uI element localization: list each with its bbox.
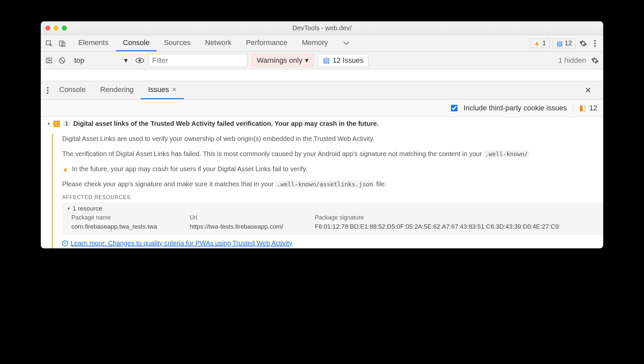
issue-flag-icon: ▤ [557, 39, 563, 47]
resource-count: 1 resource [73, 205, 102, 212]
open-issues-button[interactable]: ▤ 12 Issues [318, 54, 368, 67]
warnings-count: 1 [542, 39, 546, 47]
tab-network[interactable]: Network [198, 35, 239, 51]
maximize-window-button[interactable] [62, 26, 67, 31]
issue-warning-paragraph: ▲ In the future, your app may crash for … [62, 164, 603, 173]
more-options-icon[interactable] [591, 39, 599, 48]
cell-signature: F6:01:12:78:BD:E1:88:52:D5:0F:05:2A:5E:6… [315, 223, 599, 230]
disclosure-triangle-icon: ▼ [67, 206, 71, 211]
drawer-more-icon[interactable] [43, 86, 52, 95]
console-filter-bar: top ▾ Warnings only ▾ ▤ 12 Issues 1 hidd… [41, 52, 603, 69]
affected-resources-label: AFFECTED RESOURCES [62, 194, 603, 200]
issue-header[interactable]: ▼ 1 Digital asset links of the Trusted W… [47, 120, 603, 131]
more-tabs-button[interactable] [335, 35, 358, 51]
column-header-package: Package name [71, 214, 183, 221]
toggle-sidebar-icon[interactable] [45, 56, 53, 65]
tab-performance[interactable]: Performance [239, 35, 295, 51]
issues-count-badge: 12 [565, 39, 572, 47]
issues-button-label: 12 Issues [333, 56, 363, 65]
traffic-lights [45, 26, 67, 31]
main-tabs: Elements Console Sources Network Perform… [71, 35, 358, 51]
tab-sources[interactable]: Sources [157, 35, 198, 51]
chevron-down-icon: ▾ [124, 56, 128, 65]
issue-severity-icon [53, 121, 60, 127]
drawer-tab-label: Console [59, 85, 86, 94]
learn-more-link[interactable]: Learn more: Changes to quality criteria … [71, 239, 292, 247]
tab-elements[interactable]: Elements [71, 35, 116, 51]
svg-point-5 [594, 45, 596, 47]
drawer-tab-rendering[interactable]: Rendering [93, 81, 141, 99]
close-drawer-icon[interactable]: ✕ [580, 86, 596, 95]
svg-point-12 [47, 87, 49, 88]
levels-label: Warnings only [257, 56, 303, 65]
hidden-messages-label[interactable]: 1 hidden [558, 56, 586, 65]
warnings-badge[interactable]: ▲ 1 [530, 38, 550, 48]
inspect-element-icon[interactable] [45, 39, 53, 48]
drawer-tab-console[interactable]: Console [52, 81, 93, 99]
issue-paragraph: The verification of Digital Asset Links … [62, 149, 603, 158]
issues-badge[interactable]: ▤ 12 [553, 38, 576, 48]
clear-console-icon[interactable] [58, 56, 66, 65]
close-tab-icon[interactable]: ✕ [172, 86, 177, 93]
learn-more-arrow-icon [62, 240, 68, 246]
warning-triangle-icon: ▲ [534, 39, 540, 47]
warning-flag-icon: ◧ [579, 104, 586, 112]
device-toggle-icon[interactable] [58, 39, 66, 48]
issue-flag-icon: ▤ [323, 56, 330, 65]
cell-package-name: com.firebaseapp.twa_tests.twa [71, 223, 183, 230]
drawer-tabs: Console Rendering Issues ✕ ✕ [41, 81, 603, 100]
tab-console[interactable]: Console [116, 35, 157, 51]
window-titlebar: DevTools - web.dev/ [41, 21, 603, 35]
text-span: Please check your app's signature and ma… [62, 180, 276, 188]
affected-resources-block: ▼ 1 resource Package name Url Package si… [62, 202, 603, 235]
warning-triangle-icon: ▲ [62, 164, 69, 173]
issues-count-value: 12 [589, 104, 597, 112]
execution-context-select[interactable]: top ▾ [71, 56, 131, 65]
issue-title: Digital asset links of the Trusted Web A… [73, 120, 379, 127]
devtools-window: DevTools - web.dev/ Elements Console Sou… [41, 21, 603, 248]
filter-input[interactable] [149, 54, 247, 67]
main-toolbar: Elements Console Sources Network Perform… [41, 35, 603, 52]
issues-toolbar: Include third-party cookie issues ◧ 12 [41, 100, 603, 117]
issue-body: Digital Asset Links are used to verify y… [52, 134, 603, 248]
console-output-area[interactable] [41, 69, 603, 81]
live-expression-icon[interactable] [136, 56, 144, 65]
issue-paragraph: Digital Asset Links are used to verify y… [62, 134, 603, 143]
issue-paragraph: Please check your app's signature and ma… [62, 179, 603, 189]
resource-table: Package name Url Package signature com.f… [67, 214, 599, 230]
column-header-signature: Package signature [315, 214, 599, 221]
svg-point-13 [47, 89, 49, 91]
code-span: .well-known/assetlinks.json [276, 180, 375, 188]
include-third-party-checkbox[interactable] [451, 105, 458, 111]
code-span: .well-known/ [484, 150, 529, 158]
column-header-url: Url [190, 214, 308, 221]
svg-rect-1 [60, 41, 63, 46]
console-settings-gear-icon[interactable] [591, 56, 599, 65]
svg-point-14 [47, 92, 49, 94]
svg-line-9 [61, 58, 64, 62]
text-span: file. [374, 180, 386, 188]
disclosure-triangle-icon[interactable]: ▼ [47, 122, 51, 126]
drawer-tab-label: Rendering [100, 85, 134, 94]
window-title: DevTools - web.dev/ [41, 24, 603, 32]
minimize-window-button[interactable] [54, 26, 59, 31]
include-third-party-label: Include third-party cookie issues [463, 104, 567, 112]
learn-more-row: Learn more: Changes to quality criteria … [62, 239, 603, 247]
close-window-button[interactable] [45, 26, 50, 31]
svg-point-11 [138, 59, 141, 62]
drawer-tab-label: Issues [148, 85, 169, 94]
cell-url: https://twa-tests.firebaseapp.com/ [190, 223, 308, 230]
drawer-tab-issues[interactable]: Issues ✕ [141, 81, 184, 99]
issue-occurrence-count: 1 [62, 121, 71, 127]
issue-list: ▼ 1 Digital asset links of the Trusted W… [41, 117, 603, 248]
svg-point-4 [594, 42, 596, 44]
context-label: top [74, 56, 85, 65]
svg-point-3 [594, 40, 596, 41]
resource-disclosure[interactable]: ▼ 1 resource [67, 205, 599, 214]
settings-gear-icon[interactable] [579, 39, 587, 48]
log-levels-select[interactable]: Warnings only ▾ [252, 54, 314, 67]
chevron-down-icon: ▾ [305, 56, 309, 65]
total-issues-count: ◧ 12 [573, 104, 597, 112]
text-span: In the future, your app may crash for us… [72, 164, 308, 173]
tab-memory[interactable]: Memory [295, 35, 335, 51]
